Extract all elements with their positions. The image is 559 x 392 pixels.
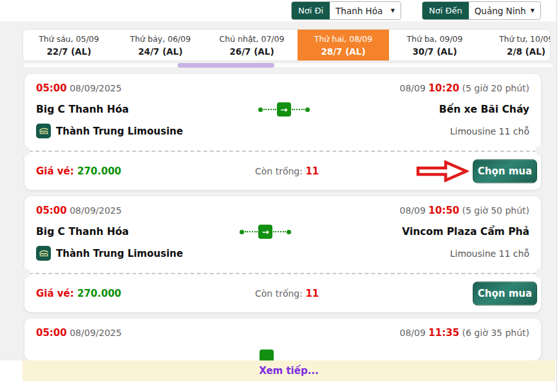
trip-duration: (6 giờ 35 phút) xyxy=(462,328,529,338)
arrival-time: 10:20 xyxy=(428,82,459,94)
tabs-scrollbar-thumb[interactable] xyxy=(178,63,274,68)
route-dot-icon xyxy=(305,107,310,112)
tab-lunar-label: 24/7 (AL) xyxy=(138,46,182,57)
tab-lunar-label: 22/7 (AL) xyxy=(46,46,91,57)
tab-day-label: Chủ nhật, 07/09 xyxy=(220,34,285,44)
departure-time-text: 05:00 08/09/2025 xyxy=(36,82,122,94)
route-dash xyxy=(263,109,276,110)
load-more-link[interactable]: Xem tiếp... xyxy=(259,365,319,377)
trip-times-row: 05:00 08/09/2025 08/09 10:20 (5 giờ 20 p… xyxy=(36,82,529,94)
tab-lunar-label: 2/8 (AL) xyxy=(507,46,545,57)
chevron-down-icon: ▼ xyxy=(531,8,535,14)
booking-page: Nơi Đi Thanh Hóa ▼ Nơi Đến Quảng Ninh ▼ … xyxy=(0,0,559,392)
date-tabs: Thứ sáu, 05/09 22/7 (AL) Thứ bảy, 06/09 … xyxy=(23,29,551,61)
route-dash xyxy=(292,109,305,110)
tab-day-label: Thứ bảy, 06/09 xyxy=(130,34,191,44)
tab-lunar-label: 28/7 (AL) xyxy=(321,46,365,57)
tab-date-0509[interactable]: Thứ sáu, 05/09 22/7 (AL) xyxy=(23,30,115,61)
vehicle-type: Limousine 11 chỗ xyxy=(450,126,529,136)
vehicle-type: Limousine 11 chỗ xyxy=(450,248,529,259)
destination-label: Nơi Đến xyxy=(422,2,469,19)
route-dot-icon xyxy=(258,107,263,112)
arrival-time-text: 08/09 10:20 (5 giờ 20 phút) xyxy=(400,82,529,94)
route-arrow-icon: → xyxy=(258,225,272,239)
departure-time: 05:00 xyxy=(36,205,67,216)
trip-route-row: Big C Thanh Hóa → Bến xe Bãi Cháy xyxy=(36,102,529,117)
arrival-date: 08/09 xyxy=(400,328,426,338)
arrival-date: 08/09 xyxy=(400,83,426,93)
seats-count: 11 xyxy=(305,165,319,177)
chevron-down-icon: ▼ xyxy=(391,8,395,14)
tab-date-0609[interactable]: Thứ bảy, 06/09 24/7 (AL) xyxy=(115,30,206,61)
origin-station: Big C Thanh Hóa xyxy=(36,226,129,238)
destination-station: Vincom Plaza Cẩm Phả xyxy=(402,226,529,238)
departure-date: 08/09/2025 xyxy=(70,83,122,93)
trip-card: 05:00 08/09/2025 08/09 10:50 (5 giờ 50 p… xyxy=(24,196,541,312)
trip-duration: (5 giờ 20 phút) xyxy=(462,83,529,93)
operator-info: Thành Trung Limousine xyxy=(36,246,183,261)
route-indicator: → xyxy=(258,102,310,117)
trip-times-row: 05:00 08/09/2025 08/09 11:35 (6 giờ 35 p… xyxy=(36,327,529,339)
price-value: 270.000 xyxy=(77,165,121,177)
tab-lunar-label: 26/7 (AL) xyxy=(229,46,274,57)
buy-button[interactable]: Chọn mua xyxy=(473,159,537,183)
arrival-time: 11:35 xyxy=(428,327,459,339)
trip-route-row: Big C Thanh Hóa → Vincom Plaza Cẩm Phả xyxy=(36,225,529,239)
route-dash xyxy=(273,231,286,232)
arrival-time: 10:50 xyxy=(428,205,459,216)
origin-station: Big C Thanh Hóa xyxy=(36,104,129,115)
tab-lunar-label: 30/7 (AL) xyxy=(412,46,457,57)
trip-times-row: 05:00 08/09/2025 08/09 10:50 (5 giờ 50 p… xyxy=(36,205,529,216)
tab-date-0909[interactable]: Thứ ba, 09/09 30/7 (AL) xyxy=(389,30,480,61)
trip-card-partial: 05:00 08/09/2025 08/09 11:35 (6 giờ 35 p… xyxy=(24,319,541,360)
tab-date-1009[interactable]: Thứ tư, 10/09 2/8 (AL) xyxy=(480,30,551,61)
destination-value[interactable]: Quảng Ninh ▼ xyxy=(469,2,540,19)
trip-footer: Giá vé: 270.000 Còn trống: 11 Chọn mua xyxy=(24,152,541,190)
annotation-arrow-icon xyxy=(415,158,469,184)
seats-text: Còn trống: 11 xyxy=(255,165,319,177)
price-label: Giá vé: xyxy=(36,288,74,299)
load-more-bar[interactable]: Xem tiếp... xyxy=(23,360,555,381)
trip-card: 05:00 08/09/2025 08/09 10:20 (5 giờ 20 p… xyxy=(24,74,541,190)
operator-info: Thành Trung Limousine xyxy=(36,124,183,138)
seats-label: Còn trống: xyxy=(255,288,303,299)
origin-label: Nơi Đi xyxy=(292,2,330,19)
operator-name: Thành Trung Limousine xyxy=(56,126,183,137)
price-label: Giá vé: xyxy=(36,165,74,177)
filter-bar: Nơi Đi Thanh Hóa ▼ Nơi Đến Quảng Ninh ▼ xyxy=(0,0,559,21)
route-dot-icon xyxy=(240,230,244,234)
seats-label: Còn trống: xyxy=(255,166,303,176)
departure-time-text: 05:00 08/09/2025 xyxy=(36,205,122,216)
page-scrollbar[interactable] xyxy=(556,0,559,392)
operator-name: Thành Trung Limousine xyxy=(56,248,183,259)
route-dash xyxy=(245,231,258,232)
route-arrow-icon xyxy=(260,350,274,360)
departure-date: 08/09/2025 xyxy=(70,205,122,216)
tab-date-0709[interactable]: Chủ nhật, 07/09 26/7 (AL) xyxy=(206,30,298,61)
arrival-time-text: 08/09 10:50 (5 giờ 50 phút) xyxy=(400,205,529,216)
departure-time: 05:00 xyxy=(36,82,67,94)
tab-day-label: Thứ hai, 08/09 xyxy=(314,34,372,44)
trip-duration: (5 giờ 50 phút) xyxy=(462,205,529,216)
destination-select[interactable]: Nơi Đến Quảng Ninh ▼ xyxy=(422,1,541,20)
trip-operator-row: Thành Trung Limousine Limousine 11 chỗ xyxy=(36,246,529,261)
trip-footer: Giá vé: 270.000 Còn trống: 11 Chọn mua xyxy=(24,274,541,312)
seats-text: Còn trống: 11 xyxy=(255,288,319,299)
route-arrow-icon: → xyxy=(277,102,291,117)
tabs-scrollbar-track[interactable] xyxy=(23,62,554,68)
origin-selected-text: Thanh Hóa xyxy=(336,6,383,16)
route-dot-icon xyxy=(287,230,291,234)
trip-operator-row: Thành Trung Limousine Limousine 11 chỗ xyxy=(36,124,529,138)
origin-value[interactable]: Thanh Hóa ▼ xyxy=(330,2,401,19)
buy-button[interactable]: Chọn mua xyxy=(473,281,537,305)
price-text: Giá vé: 270.000 xyxy=(36,165,121,177)
arrival-date: 08/09 xyxy=(400,205,426,216)
origin-select[interactable]: Nơi Đi Thanh Hóa ▼ xyxy=(291,1,401,20)
tab-date-0809-selected[interactable]: Thứ hai, 08/09 28/7 (AL) xyxy=(298,30,389,61)
tab-day-label: Thứ tư, 10/09 xyxy=(499,34,551,44)
tab-day-label: Thứ sáu, 05/09 xyxy=(39,34,99,44)
seats-count: 11 xyxy=(305,288,319,299)
arrival-time-text: 08/09 11:35 (6 giờ 35 phút) xyxy=(400,327,529,339)
departure-time-text: 05:00 08/09/2025 xyxy=(36,327,122,339)
price-text: Giá vé: 270.000 xyxy=(36,288,121,299)
